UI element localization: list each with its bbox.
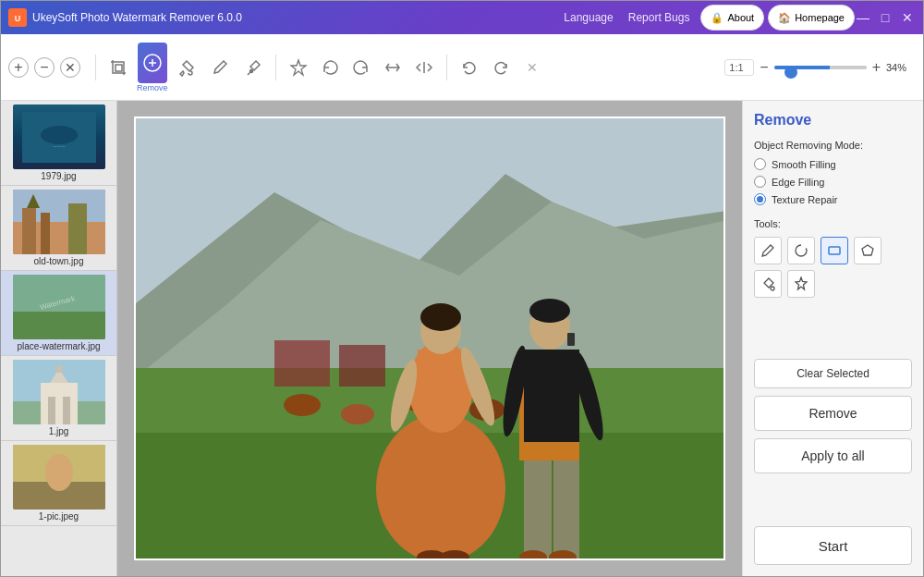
canvas-area[interactable] xyxy=(117,101,742,576)
panel-title: Remove xyxy=(754,112,912,129)
sidebar-item-0[interactable]: ~~~ 1979.jpg xyxy=(1,101,116,186)
svg-rect-16 xyxy=(13,312,105,339)
zoom-fit-btn[interactable]: 1:1 xyxy=(724,59,754,76)
smooth-filling-indicator xyxy=(754,158,766,170)
sidebar-label-3: 1.jpg xyxy=(49,426,69,436)
close-window-btn[interactable]: ✕ xyxy=(899,9,916,26)
sidebar-label-4: 1-pic.jpeg xyxy=(39,511,79,522)
svg-rect-24 xyxy=(63,397,70,424)
add-file-btn[interactable]: + xyxy=(8,57,29,78)
svg-rect-48 xyxy=(553,451,579,560)
svg-rect-11 xyxy=(22,208,36,254)
rotate-cw-btn[interactable] xyxy=(346,53,376,82)
watermark-tool-btn[interactable] xyxy=(284,53,313,82)
clear-selected-btn[interactable]: Clear Selected xyxy=(754,359,912,388)
svg-rect-2 xyxy=(116,65,122,71)
svg-rect-55 xyxy=(567,333,575,346)
separator-3 xyxy=(446,55,447,80)
brush-tool-btn[interactable] xyxy=(205,53,235,82)
edge-filling-radio[interactable]: Edge Filling xyxy=(754,176,912,188)
language-link[interactable]: Language xyxy=(564,11,613,24)
svg-point-62 xyxy=(771,287,774,290)
about-btn[interactable]: 🔒 About xyxy=(700,5,764,31)
app-title: UkeySoft Photo Watermark Remover 6.0.0 xyxy=(32,11,564,24)
zoom-value-display: 34% xyxy=(886,62,916,73)
tools-row xyxy=(754,237,912,298)
sidebar-item-1[interactable]: old-town.jpg xyxy=(1,186,116,271)
svg-text:~~~: ~~~ xyxy=(52,142,65,151)
panel-polygon-btn[interactable] xyxy=(854,237,881,264)
crop-tool-btn[interactable] xyxy=(103,53,133,82)
thumb-4 xyxy=(13,445,105,509)
svg-point-7 xyxy=(41,126,78,144)
home-icon: 🏠 xyxy=(778,12,791,24)
svg-point-44 xyxy=(420,303,461,331)
sidebar-label-1: old-town.jpg xyxy=(34,256,84,266)
thumb-2: Watermark xyxy=(13,275,105,339)
sidebar-item-2[interactable]: Watermark place-watermark.jpg xyxy=(1,271,116,356)
svg-rect-13 xyxy=(68,203,87,254)
svg-rect-12 xyxy=(41,213,50,254)
right-panel: Remove Object Removing Mode: Smooth Fill… xyxy=(742,101,923,576)
svg-point-52 xyxy=(529,299,570,323)
rotate-ccw-btn[interactable] xyxy=(315,53,345,82)
zoom-out-btn[interactable]: − xyxy=(760,59,768,76)
separator-1 xyxy=(95,55,96,80)
svg-rect-38 xyxy=(274,340,330,387)
eyedrop-tool-btn[interactable] xyxy=(238,53,268,82)
sidebar-item-3[interactable]: 1.jpg xyxy=(1,356,116,441)
sidebar: ~~~ 1979.jpg old-town.jpg Watermark plac… xyxy=(1,101,117,576)
redo-btn[interactable] xyxy=(486,53,516,82)
separator-2 xyxy=(275,55,276,80)
clear-files-btn[interactable]: ✕ xyxy=(60,57,80,78)
thumb-0: ~~~ xyxy=(13,104,105,169)
bottom-spacer xyxy=(754,481,912,527)
panel-rect-btn[interactable] xyxy=(821,237,848,264)
fill-tool-btn[interactable] xyxy=(172,53,201,82)
tools-section-label: Tools: xyxy=(754,218,912,229)
minimize-btn[interactable]: — xyxy=(855,9,871,26)
smooth-filling-radio[interactable]: Smooth Filling xyxy=(754,158,912,170)
thumb-3 xyxy=(13,360,105,424)
window-controls: — □ ✕ xyxy=(855,9,916,26)
flip-v-btn[interactable] xyxy=(378,53,407,82)
main-content: ~~~ 1979.jpg old-town.jpg Watermark plac… xyxy=(1,101,923,576)
svg-point-22 xyxy=(55,365,63,373)
report-bugs-link[interactable]: Report Bugs xyxy=(628,11,690,24)
flip-h-btn[interactable] xyxy=(409,53,439,82)
svg-marker-63 xyxy=(796,277,807,289)
homepage-btn[interactable]: 🏠 Homepage xyxy=(768,5,855,31)
lock-icon: 🔒 xyxy=(711,12,723,24)
panel-lasso-btn[interactable] xyxy=(787,237,815,264)
svg-rect-42 xyxy=(418,350,464,414)
history-tools: ✕ xyxy=(455,53,547,82)
toolbar: + − ✕ Remove xyxy=(1,34,923,101)
svg-point-33 xyxy=(284,394,321,416)
svg-marker-5 xyxy=(291,60,306,75)
panel-paint-btn[interactable] xyxy=(754,270,782,298)
cancel-btn[interactable]: ✕ xyxy=(517,53,547,82)
svg-rect-47 xyxy=(524,451,552,560)
zoom-slider[interactable] xyxy=(774,66,867,69)
panel-spacer xyxy=(754,313,912,359)
maximize-btn[interactable]: □ xyxy=(877,9,894,26)
remove-btn[interactable]: Remove xyxy=(754,396,912,431)
sidebar-item-4[interactable]: 1-pic.jpeg xyxy=(1,441,116,526)
app-logo: U xyxy=(8,8,27,27)
apply-to-all-btn[interactable]: Apply to all xyxy=(754,438,912,473)
edge-filling-indicator xyxy=(754,176,766,188)
titlebar-nav: Language Report Bugs xyxy=(564,11,689,24)
zoom-in-btn[interactable]: + xyxy=(872,59,881,76)
edit-tools xyxy=(284,53,439,82)
undo-btn[interactable] xyxy=(455,53,484,82)
texture-repair-radio[interactable]: Texture Repair xyxy=(754,193,912,205)
svg-text:U: U xyxy=(15,14,21,23)
texture-repair-indicator xyxy=(754,193,766,205)
remove-tool-btn[interactable]: Remove xyxy=(137,43,168,92)
remove-file-btn[interactable]: − xyxy=(34,57,55,78)
start-btn[interactable]: Start xyxy=(754,526,912,565)
svg-rect-50 xyxy=(524,350,579,442)
panel-pencil-btn[interactable] xyxy=(754,237,782,264)
remove-tool-label: Remove xyxy=(137,83,168,92)
panel-magic-btn[interactable] xyxy=(787,270,815,298)
